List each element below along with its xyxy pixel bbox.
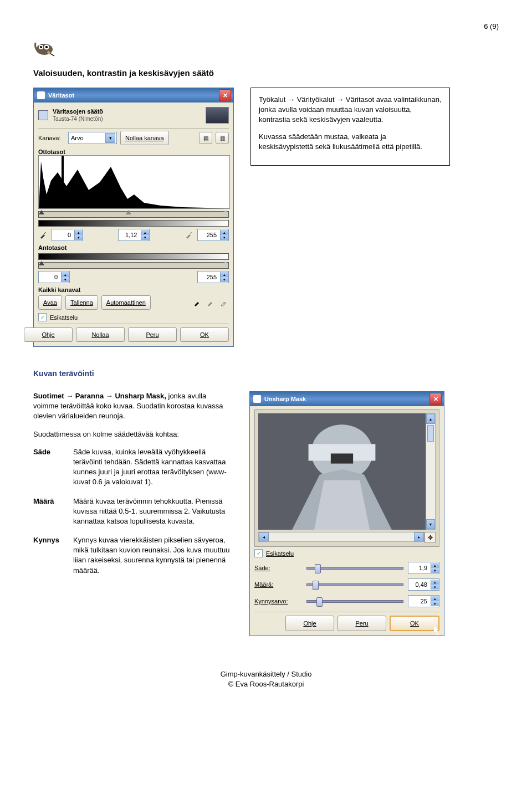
arrow-icon: →	[106, 392, 113, 400]
help-button[interactable]: Ohje	[24, 327, 73, 342]
ok-button[interactable]: OK	[180, 327, 229, 342]
output-gradient	[38, 253, 229, 260]
auto-button[interactable]: Automaattinen	[101, 295, 151, 310]
sharpen-text: Suotimet → Paranna → Unsharp Mask, jonka…	[33, 391, 233, 585]
cancel-button[interactable]: Peru	[128, 327, 177, 342]
channel-value: Arvo	[71, 135, 84, 141]
def-maara-text: Määrä kuvaa terävöinnin tehokkuutta. Pie…	[73, 496, 233, 527]
open-button[interactable]: Avaa	[38, 295, 62, 310]
arrow-icon: →	[66, 392, 73, 400]
def-kynnys-label: Kynnys	[33, 535, 71, 545]
description-box-1: Työkalut → Värityökalut → Väritasot avaa…	[250, 88, 450, 166]
close-icon[interactable]: ✕	[219, 89, 231, 101]
preview-label: Esikatselu	[266, 550, 294, 557]
dialog-title: Unsharp Mask	[264, 396, 306, 402]
help-button[interactable]: Ohje	[285, 616, 334, 631]
histogram	[38, 155, 230, 209]
pick-white-icon[interactable]	[219, 298, 229, 308]
h-scrollbar[interactable]: ◂ ▸	[258, 532, 424, 542]
chevron-down-icon: ▾	[105, 133, 115, 143]
hist-log-icon[interactable]: ▥	[216, 132, 229, 144]
pick-black-icon[interactable]	[192, 298, 202, 308]
output-low-spin[interactable]: 0 ▴▾	[38, 271, 70, 283]
arrow-icon: →	[288, 95, 295, 104]
heading-valoisuuden: Valoisuuden, kontrastin ja keskisävyjen …	[33, 68, 499, 78]
unsharp-dialog: Unsharp Mask ✕	[249, 391, 444, 636]
subtitle-small: Tausta-74 (Nimetön)	[53, 116, 103, 122]
def-kynnys-text: Kynnys kuvaa vierekkäisten pikselien säv…	[73, 535, 233, 576]
close-icon[interactable]: ✕	[429, 393, 442, 405]
preview-thumb	[206, 107, 229, 124]
save-button[interactable]: Tallenna	[65, 295, 98, 310]
pick-gray-icon[interactable]	[206, 298, 216, 308]
levels-dialog: Väritasot ✕ Väritasojen säätö Tausta-74 …	[33, 88, 234, 347]
hist-linear-icon[interactable]: ▤	[199, 132, 212, 144]
preview-image	[258, 413, 426, 530]
reset-channel-button[interactable]: Nollaa kanava	[120, 131, 169, 145]
channel-label: Kanava:	[38, 135, 65, 141]
input-slider[interactable]	[38, 211, 229, 218]
preview-label: Esikatselu	[50, 314, 78, 321]
output-levels-label: Antotasot	[38, 244, 229, 251]
layers-icon	[38, 110, 48, 120]
gimp-logo-icon	[33, 35, 55, 57]
arrow-icon: →	[336, 95, 344, 104]
titlebar[interactable]: Unsharp Mask ✕	[250, 392, 444, 406]
input-high-spin[interactable]: 255 ▴▾	[197, 229, 229, 241]
page-footer: Gimp-kuvankäsittely / Studio © Eva Roos-…	[33, 669, 499, 689]
cancel-button[interactable]: Peru	[337, 616, 386, 631]
sade-label: Säde:	[254, 565, 302, 571]
move-icon[interactable]: ✥	[424, 532, 436, 543]
dialog-title: Väritasot	[48, 92, 74, 99]
output-slider[interactable]	[38, 262, 229, 269]
kynnys-spin[interactable]: 25 ▴▾	[408, 595, 439, 607]
scroll-down-icon[interactable]: ▾	[426, 519, 435, 529]
input-low-spin[interactable]: 0 ▴▾	[52, 229, 83, 241]
page-number: 6 (9)	[33, 22, 499, 30]
subtitle-bold: Väritasojen säätö	[53, 108, 103, 115]
sade-spin[interactable]: 1,9 ▴▾	[408, 562, 439, 574]
def-sade-label: Säde	[33, 447, 71, 457]
ok-button[interactable]: OK	[390, 616, 439, 631]
preview-area: ▴ ▾ ◂ ▸	[254, 409, 439, 547]
maara-spin[interactable]: 0,48 ▴▾	[408, 578, 439, 591]
reset-button[interactable]: Nollaa	[76, 327, 125, 342]
v-scrollbar[interactable]: ▴ ▾	[426, 413, 436, 530]
all-channels-label: Kaikki kanavat	[38, 286, 229, 293]
svg-point-2	[40, 46, 42, 48]
eyedropper-black-icon[interactable]	[38, 230, 48, 240]
maara-label: Määrä:	[254, 581, 302, 588]
kynnys-slider[interactable]	[306, 600, 403, 603]
dialog-icon	[37, 91, 45, 99]
svg-point-4	[45, 46, 48, 48]
sade-slider[interactable]	[306, 567, 403, 570]
output-high-spin[interactable]: 255 ▴▾	[197, 271, 229, 283]
def-maara-label: Määrä	[33, 496, 71, 506]
channel-combo[interactable]: Arvo ▾	[68, 132, 117, 144]
input-levels-label: Ottotasot	[38, 148, 229, 155]
svg-rect-8	[331, 453, 353, 463]
scroll-left-icon[interactable]: ◂	[259, 532, 269, 541]
input-gamma-spin[interactable]: 1,12 ▴▾	[118, 229, 150, 241]
dialog-icon	[253, 395, 261, 403]
preview-checkbox[interactable]: ✓	[38, 313, 47, 321]
def-sade-text: Säde kuvaa, kuinka leveällä vyöhykkeellä…	[73, 447, 233, 488]
preview-checkbox[interactable]: ✓	[254, 549, 263, 557]
eyedropper-white-icon[interactable]	[184, 230, 194, 240]
heading-teravointi: Kuvan terävöinti	[33, 369, 499, 378]
titlebar[interactable]: Väritasot ✕	[34, 88, 233, 103]
maara-slider[interactable]	[306, 583, 403, 586]
kynnys-label: Kynnysarvo:	[254, 598, 302, 605]
scroll-up-icon[interactable]: ▴	[426, 414, 435, 424]
scroll-right-icon[interactable]: ▸	[414, 532, 424, 541]
input-gradient	[38, 220, 229, 227]
